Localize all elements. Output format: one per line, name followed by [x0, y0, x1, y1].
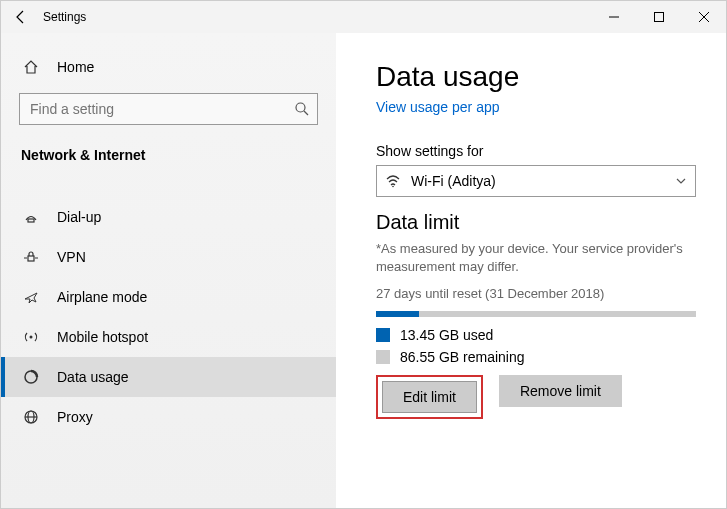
- sidebar-item-label: Airplane mode: [57, 289, 147, 305]
- nav-home[interactable]: Home: [1, 51, 336, 83]
- svg-rect-1: [654, 13, 663, 22]
- datausage-icon: [21, 369, 41, 385]
- sidebar-item-label: Proxy: [57, 409, 93, 425]
- window-title: Settings: [41, 10, 86, 24]
- usage-bar: [376, 311, 696, 317]
- sidebar-item-dialup[interactable]: Dial-up: [1, 197, 336, 237]
- svg-point-13: [392, 186, 394, 188]
- sidebar-item-label: VPN: [57, 249, 86, 265]
- usage-remaining-row: 86.55 GB remaining: [376, 349, 696, 365]
- edit-limit-highlight: Edit limit: [376, 375, 483, 419]
- chevron-down-icon: [675, 175, 687, 187]
- svg-point-4: [296, 103, 305, 112]
- reset-info: 27 days until reset (31 December 2018): [376, 286, 696, 301]
- usage-used-row: 13.45 GB used: [376, 327, 696, 343]
- sidebar-group-title: Network & Internet: [1, 137, 336, 177]
- used-swatch: [376, 328, 390, 342]
- page-heading: Data usage: [376, 61, 696, 93]
- search-input[interactable]: [19, 93, 318, 125]
- nav-home-label: Home: [57, 59, 94, 75]
- remaining-label: 86.55 GB remaining: [400, 349, 525, 365]
- minimize-button[interactable]: [591, 1, 636, 33]
- sidebar: Home Network & Internet Dial-up: [1, 33, 336, 508]
- measurement-note: *As measured by your device. Your servic…: [376, 240, 696, 276]
- home-icon: [21, 59, 41, 75]
- used-label: 13.45 GB used: [400, 327, 493, 343]
- view-usage-link[interactable]: View usage per app: [376, 99, 696, 115]
- vpn-icon: [21, 249, 41, 265]
- svg-rect-6: [28, 219, 34, 222]
- close-button[interactable]: [681, 1, 726, 33]
- svg-point-8: [30, 336, 33, 339]
- remove-limit-button[interactable]: Remove limit: [499, 375, 622, 407]
- sidebar-item-proxy[interactable]: Proxy: [1, 397, 336, 437]
- search-icon: [294, 101, 310, 117]
- wifi-icon: [385, 173, 403, 189]
- hotspot-icon: [21, 329, 41, 345]
- network-dropdown[interactable]: Wi-Fi (Aditya): [376, 165, 696, 197]
- dialup-icon: [21, 209, 41, 225]
- sidebar-item-datausage[interactable]: Data usage: [1, 357, 336, 397]
- edit-limit-button[interactable]: Edit limit: [382, 381, 477, 413]
- remaining-swatch: [376, 350, 390, 364]
- title-bar: Settings: [1, 1, 726, 33]
- main-content: Data usage View usage per app Show setti…: [336, 33, 726, 508]
- sidebar-item-vpn[interactable]: VPN: [1, 237, 336, 277]
- svg-rect-7: [28, 256, 34, 261]
- sidebar-item-label: Mobile hotspot: [57, 329, 148, 345]
- sidebar-item-hotspot[interactable]: Mobile hotspot: [1, 317, 336, 357]
- sidebar-item-label: Dial-up: [57, 209, 101, 225]
- proxy-icon: [21, 409, 41, 425]
- show-settings-label: Show settings for: [376, 143, 696, 159]
- sidebar-item-label: Data usage: [57, 369, 129, 385]
- dropdown-value: Wi-Fi (Aditya): [411, 173, 496, 189]
- airplane-icon: [21, 289, 41, 305]
- maximize-button[interactable]: [636, 1, 681, 33]
- search-container: [19, 93, 318, 125]
- back-button[interactable]: [1, 9, 41, 25]
- data-limit-heading: Data limit: [376, 211, 696, 234]
- svg-line-5: [304, 111, 308, 115]
- usage-bar-fill: [376, 311, 419, 317]
- sidebar-item-airplane[interactable]: Airplane mode: [1, 277, 336, 317]
